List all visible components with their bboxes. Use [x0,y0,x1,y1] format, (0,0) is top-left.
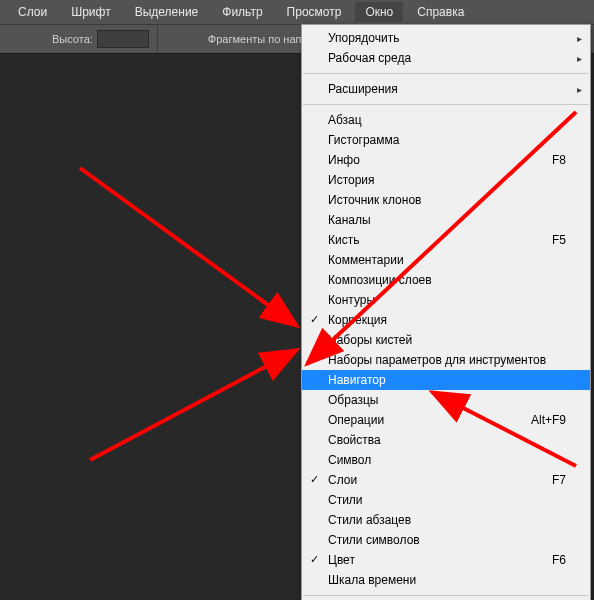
menu-item-label: Рабочая среда [328,51,566,65]
menu-item-label: Расширения [328,82,566,96]
chevron-right-icon: ▸ [577,33,582,44]
menu-separator [303,595,589,596]
menu-item-label: Гистограмма [328,133,566,147]
menu-item-композиции-слоев[interactable]: Композиции слоев [302,270,590,290]
menu-item-label: Абзац [328,113,566,127]
height-input[interactable] [97,30,149,48]
menu-item-цвет[interactable]: ✓ЦветF6 [302,550,590,570]
menu-shortcut: Alt+F9 [531,413,566,427]
menu-select[interactable]: Выделение [125,2,209,22]
menu-item-label: Наборы параметров для инструментов [328,353,566,367]
menu-window[interactable]: Окно [355,2,403,22]
menu-item-кисть[interactable]: КистьF5 [302,230,590,250]
checkmark-icon: ✓ [310,473,319,486]
menu-item-наборы-кистей[interactable]: Наборы кистей [302,330,590,350]
menu-item-label: Каналы [328,213,566,227]
menu-item-стили[interactable]: Стили [302,490,590,510]
menu-item-label: Комментарии [328,253,566,267]
menu-item-операции[interactable]: ОперацииAlt+F9 [302,410,590,430]
menu-item-label: История [328,173,566,187]
menu-item-label: Контуры [328,293,566,307]
menu-item-label: Операции [328,413,521,427]
menu-item-label: Инфо [328,153,542,167]
menu-item-наборы-параметров-для-инструментов[interactable]: Наборы параметров для инструментов [302,350,590,370]
menu-filter[interactable]: Фильтр [212,2,272,22]
menu-help[interactable]: Справка [407,2,474,22]
height-label: Высота: [52,33,93,45]
menu-item-контуры[interactable]: Контуры [302,290,590,310]
menu-item-расширения[interactable]: Расширения▸ [302,79,590,99]
menu-item-label: Источник клонов [328,193,566,207]
checkmark-icon: ✓ [310,313,319,326]
menu-item-абзац[interactable]: Абзац [302,110,590,130]
menu-item-история[interactable]: История [302,170,590,190]
menu-item-комментарии[interactable]: Комментарии [302,250,590,270]
menu-type[interactable]: Шрифт [61,2,120,22]
menu-item-label: Кисть [328,233,542,247]
menu-item-инфо[interactable]: ИнфоF8 [302,150,590,170]
menu-item-label: Цвет [328,553,542,567]
menu-item-каналы[interactable]: Каналы [302,210,590,230]
menu-item-label: Свойства [328,433,566,447]
chevron-right-icon: ▸ [577,84,582,95]
menu-item-label: Слои [328,473,542,487]
menu-separator [303,104,589,105]
menu-item-коррекция[interactable]: ✓Коррекция [302,310,590,330]
menu-separator [303,73,589,74]
menu-shortcut: F7 [552,473,566,487]
menu-layers[interactable]: Слои [8,2,57,22]
checkmark-icon: ✓ [310,553,319,566]
menubar: Слои Шрифт Выделение Фильтр Просмотр Окн… [0,0,594,24]
menu-item-label: Навигатор [328,373,566,387]
menu-item-label: Стили абзацев [328,513,566,527]
menu-item-упорядочить[interactable]: Упорядочить▸ [302,28,590,48]
menu-item-label: Композиции слоев [328,273,566,287]
menu-item-источник-клонов[interactable]: Источник клонов [302,190,590,210]
menu-item-навигатор[interactable]: Навигатор [302,370,590,390]
menu-item-символ[interactable]: Символ [302,450,590,470]
menu-item-образцы[interactable]: Образцы [302,390,590,410]
menu-item-рабочая-среда[interactable]: Рабочая среда▸ [302,48,590,68]
menu-shortcut: F5 [552,233,566,247]
menu-item-слои[interactable]: ✓СлоиF7 [302,470,590,490]
menu-shortcut: F6 [552,553,566,567]
menu-item-свойства[interactable]: Свойства [302,430,590,450]
menu-item-label: Шкала времени [328,573,566,587]
window-dropdown: Упорядочить▸Рабочая среда▸Расширения▸Абз… [301,24,591,600]
menu-item-шкала-времени[interactable]: Шкала времени [302,570,590,590]
menu-view[interactable]: Просмотр [277,2,352,22]
chevron-right-icon: ▸ [577,53,582,64]
menu-item-label: Упорядочить [328,31,566,45]
menu-item-label: Коррекция [328,313,566,327]
menu-item-label: Стили [328,493,566,507]
menu-item-label: Символ [328,453,566,467]
menu-item-гистограмма[interactable]: Гистограмма [302,130,590,150]
menu-item-стили-абзацев[interactable]: Стили абзацев [302,510,590,530]
menu-item-label: Наборы кистей [328,333,566,347]
menu-item-стили-символов[interactable]: Стили символов [302,530,590,550]
menu-item-label: Образцы [328,393,566,407]
menu-item-label: Стили символов [328,533,566,547]
toolbar-separator [157,25,158,53]
menu-shortcut: F8 [552,153,566,167]
